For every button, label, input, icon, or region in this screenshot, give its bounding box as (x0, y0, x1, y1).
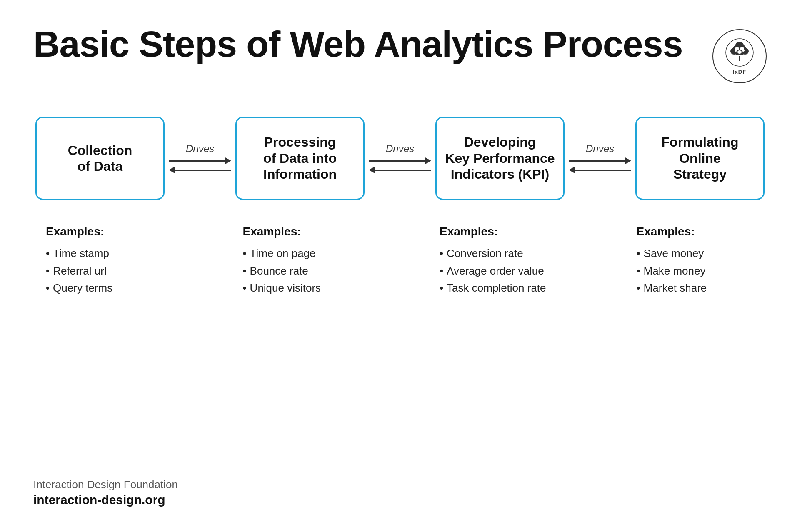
arrow-2-label: Drives (386, 143, 414, 155)
example-item: • Market share (637, 280, 755, 297)
arrowhead-right (225, 157, 231, 165)
svg-point-9 (735, 49, 737, 52)
example-title-4: Examples: (637, 225, 755, 238)
bullet: • (440, 280, 443, 297)
bullet: • (637, 245, 640, 262)
arrow-forward-2 (369, 157, 431, 165)
example-item: • Unique visitors (243, 280, 361, 297)
example-item: • Average order value (440, 262, 558, 280)
arrow-1-label: Drives (186, 143, 214, 155)
arrow-line (375, 170, 431, 171)
logo-text: IxDF (733, 69, 746, 75)
example-column-1: Examples: • Time stamp • Referral url • … (42, 225, 168, 297)
double-arrow-2 (369, 157, 431, 174)
arrow-2: Drives (365, 143, 435, 174)
flow-box-3: DevelopingKey PerformanceIndicators (KPI… (435, 117, 565, 200)
bullet: • (637, 262, 640, 280)
page-title: Basic Steps of Web Analytics Process (33, 25, 682, 63)
bullet: • (440, 245, 443, 262)
spacer-1 (168, 225, 239, 297)
header: Basic Steps of Web Analytics Process (33, 25, 767, 83)
example-text: Task completion rate (447, 280, 546, 297)
example-item: • Task completion rate (440, 280, 558, 297)
example-title-3: Examples: (440, 225, 558, 238)
example-item: • Bounce rate (243, 262, 361, 280)
example-text: Query terms (53, 280, 112, 297)
example-text: Average order value (447, 262, 544, 280)
example-item: • Query terms (46, 280, 164, 297)
example-text: Bounce rate (250, 262, 308, 280)
bullet: • (46, 280, 50, 297)
flow-box-1: Collectionof Data (35, 117, 165, 200)
bullet: • (637, 280, 640, 297)
example-item: • Time on page (243, 245, 361, 262)
bullet: • (440, 262, 443, 280)
arrow-backward-3 (569, 166, 631, 174)
example-text: Time stamp (53, 245, 109, 262)
example-item: • Referral url (46, 262, 164, 280)
arrow-line (575, 170, 631, 171)
arrow-forward-1 (169, 157, 231, 165)
double-arrow-3 (569, 157, 631, 174)
example-text: Market share (644, 280, 707, 297)
logo: IxDF (712, 29, 767, 83)
example-text: Conversion rate (447, 245, 523, 262)
example-column-4: Examples: • Save money • Make money • Ma… (632, 225, 759, 297)
arrow-backward-1 (169, 166, 231, 174)
example-item: • Make money (637, 262, 755, 280)
example-item: • Save money (637, 245, 755, 262)
double-arrow-1 (169, 157, 231, 174)
flow-box-2: Processingof Data intoInformation (235, 117, 365, 200)
example-text: Make money (644, 262, 706, 280)
arrow-line (369, 160, 425, 162)
bullet: • (46, 262, 50, 280)
arrowhead-right (425, 157, 431, 165)
example-item: • Time stamp (46, 245, 164, 262)
arrowhead-left (169, 166, 175, 174)
arrow-3-label: Drives (586, 143, 614, 155)
flow-box-3-title: DevelopingKey PerformanceIndicators (KPI… (445, 134, 555, 182)
arrow-forward-3 (569, 157, 631, 165)
logo-icon (725, 38, 754, 67)
bullet: • (243, 280, 247, 297)
example-text: Unique visitors (250, 280, 321, 297)
example-title-2: Examples: (243, 225, 361, 238)
svg-point-10 (742, 49, 745, 52)
arrow-line (169, 160, 225, 162)
flow-diagram: Collectionof Data Drives Processingof Da… (33, 117, 767, 200)
example-column-3: Examples: • Conversion rate • Average or… (435, 225, 562, 297)
example-item: • Conversion rate (440, 245, 558, 262)
svg-point-8 (738, 50, 742, 54)
flow-box-4-title: FormulatingOnlineStrategy (662, 134, 739, 182)
spacer-2 (365, 225, 435, 297)
example-title-1: Examples: (46, 225, 164, 238)
example-text: Referral url (53, 262, 107, 280)
arrowhead-left (569, 166, 575, 174)
footer: Interaction Design Foundation interactio… (33, 478, 178, 507)
arrow-line (569, 160, 625, 162)
spacer-3 (562, 225, 632, 297)
example-column-2: Examples: • Time on page • Bounce rate •… (239, 225, 365, 297)
bullet: • (243, 262, 247, 280)
flow-box-4: FormulatingOnlineStrategy (635, 117, 765, 200)
arrowhead-right (625, 157, 631, 165)
arrow-backward-2 (369, 166, 431, 174)
arrow-line (175, 170, 231, 171)
example-text: Time on page (250, 245, 316, 262)
arrow-3: Drives (565, 143, 635, 174)
examples-section: Examples: • Time stamp • Referral url • … (33, 225, 767, 297)
page-container: Basic Steps of Web Analytics Process (0, 0, 800, 532)
arrowhead-left (369, 166, 375, 174)
bullet: • (243, 245, 247, 262)
arrow-1: Drives (165, 143, 235, 174)
footer-org: Interaction Design Foundation (33, 478, 178, 491)
footer-url: interaction-design.org (33, 493, 178, 507)
flow-box-1-title: Collectionof Data (68, 142, 132, 175)
flow-box-2-title: Processingof Data intoInformation (263, 134, 337, 182)
svg-rect-1 (739, 56, 740, 61)
example-text: Save money (644, 245, 704, 262)
bullet: • (46, 245, 50, 262)
